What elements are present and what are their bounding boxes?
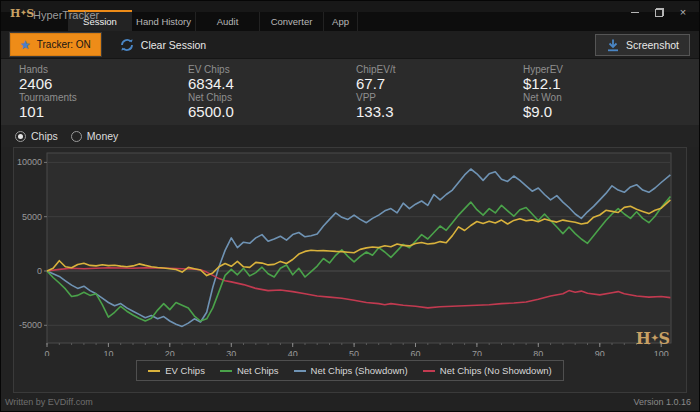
stat-value: 6834.4	[188, 76, 356, 92]
tracker-toggle-button[interactable]: ★ Tracker: ON	[10, 33, 101, 56]
view-toggle: Chips Money	[1, 125, 699, 147]
tab-app[interactable]: App	[324, 12, 358, 31]
stat-value: 67.7	[356, 76, 523, 92]
stat-value: 6500.0	[188, 104, 356, 120]
session-results-chart: 1000050000-50000102030405060708090100	[14, 150, 686, 356]
svg-text:0: 0	[44, 349, 49, 356]
legend-item-net-chips: Net Chips	[220, 365, 279, 376]
radio-money[interactable]: Money	[71, 130, 119, 142]
chart-legend: EV Chips Net Chips Net Chips (Showdown) …	[136, 360, 563, 381]
stat-value: 101	[19, 104, 188, 120]
chart-panel: 1000050000-50000102030405060708090100 EV…	[13, 147, 687, 393]
version-text: Version 1.0.16	[633, 397, 691, 407]
svg-text:5000: 5000	[22, 212, 42, 222]
svg-text:90: 90	[595, 349, 605, 356]
window-controls: ×	[625, 4, 693, 20]
download-icon	[606, 38, 620, 52]
stat-net-won: Net Won $9.0	[523, 92, 699, 120]
legend-item-net-chips-showdown: Net Chips (Showdown)	[294, 365, 408, 376]
radio-chips[interactable]: Chips	[15, 130, 58, 142]
svg-text:30: 30	[226, 349, 236, 356]
legend-item-net-chips-no-showdown: Net Chips (No Showdown)	[423, 365, 552, 376]
refresh-icon	[119, 37, 135, 53]
stat-value: 133.3	[356, 104, 523, 120]
svg-text:-5000: -5000	[19, 320, 42, 330]
svg-text:10: 10	[103, 349, 113, 356]
toolbar: ★ Tracker: ON Clear Session Screenshot	[1, 31, 699, 59]
svg-text:70: 70	[472, 349, 482, 356]
stat-net-chips: Net Chips 6500.0	[188, 92, 356, 120]
svg-text:40: 40	[288, 349, 298, 356]
stat-value: 2406	[19, 76, 188, 92]
stat-value: $12.1	[523, 76, 699, 92]
screenshot-button[interactable]: Screenshot	[595, 34, 690, 56]
app-logo-icon: H✦S	[10, 7, 34, 20]
stat-hands: Hands 2406	[19, 64, 188, 92]
tab-audit[interactable]: Audit	[196, 12, 260, 31]
legend-dash	[294, 370, 306, 372]
svg-text:10000: 10000	[17, 157, 42, 167]
close-icon: ×	[680, 6, 686, 18]
stat-label: Tournaments	[19, 92, 188, 104]
stat-hyperev: HyperEV $12.1	[523, 64, 699, 92]
credit-text: Written by EVDiff.com	[5, 397, 93, 407]
stat-ev-chips: EV Chips 6834.4	[188, 64, 356, 92]
clear-session-button[interactable]: Clear Session	[113, 33, 212, 56]
svg-text:100: 100	[654, 349, 669, 356]
legend-item-ev-chips: EV Chips	[148, 365, 205, 376]
close-button[interactable]: ×	[673, 4, 693, 20]
svg-text:0: 0	[37, 266, 42, 276]
legend-dash	[423, 370, 435, 372]
screenshot-label: Screenshot	[626, 39, 679, 51]
legend-dash	[220, 370, 232, 372]
legend-row: EV Chips Net Chips Net Chips (Showdown) …	[14, 360, 686, 381]
app-window: H✦S HyperTracker × Session Hand History …	[0, 0, 700, 412]
titlebar: H✦S HyperTracker × Session Hand History …	[1, 1, 699, 31]
radio-dot	[15, 131, 26, 142]
tab-converter[interactable]: Converter	[260, 12, 324, 31]
clear-session-label: Clear Session	[141, 39, 206, 51]
status-bar: Written by EVDiff.com Version 1.0.16	[1, 393, 699, 411]
svg-text:80: 80	[533, 349, 543, 356]
minimize-icon	[631, 12, 639, 13]
star-icon: ★	[20, 39, 31, 51]
stat-value: $9.0	[523, 104, 699, 120]
radio-dot	[71, 131, 82, 142]
tab-strip: Session Hand History Audit Converter App	[68, 10, 358, 31]
stat-vpp: VPP 133.3	[356, 92, 523, 120]
minimize-button[interactable]	[625, 4, 645, 20]
radio-label: Chips	[31, 130, 58, 142]
window-title: HyperTracker	[33, 9, 99, 21]
stat-chipev-t: ChipEV/t 67.7	[356, 64, 523, 92]
hs-logo-icon: H✦S	[636, 329, 670, 348]
legend-dash	[148, 370, 160, 372]
restore-button[interactable]	[649, 4, 669, 20]
svg-text:20: 20	[165, 349, 175, 356]
tab-hand-history[interactable]: Hand History	[132, 12, 196, 31]
svg-text:60: 60	[410, 349, 420, 356]
tracker-toggle-label: Tracker: ON	[37, 39, 91, 50]
restore-icon	[655, 8, 664, 17]
svg-text:50: 50	[349, 349, 359, 356]
session-stats: Hands 2406 EV Chips 6834.4 ChipEV/t 67.7…	[1, 59, 699, 125]
radio-label: Money	[87, 130, 119, 142]
stat-tournaments: Tournaments 101	[19, 92, 188, 120]
